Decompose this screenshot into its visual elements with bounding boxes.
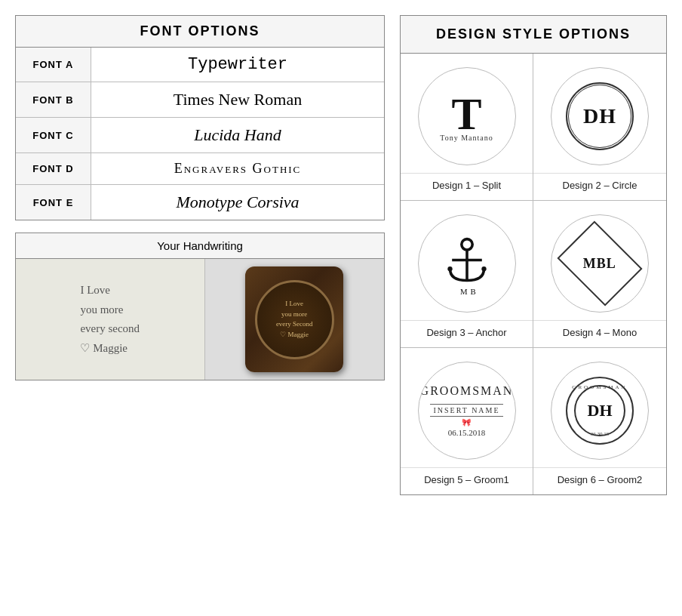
font-label-d: FONT D [16, 153, 91, 184]
design2-content: DH [566, 82, 634, 150]
design6-letters: DH [588, 402, 613, 419]
design-style-title: DESIGN STYLE OPTIONS [400, 15, 667, 53]
handwriting-image-panel: I Love you more every Second ♡ Maggie [205, 259, 385, 380]
handwriting-content: I Love you more every second ♡ Maggie I … [16, 259, 384, 380]
design5-circle: GROOMSMAN INSERT NAME 🎀 06.15.2018 [418, 362, 516, 460]
design-cell-6[interactable]: GROOMSMAN DH 06.30.19 Design 6 – Groom2 [533, 348, 666, 494]
font-sample-c: Lucida Hand [91, 118, 384, 152]
font-row-a: FONT A Typewriter [16, 48, 384, 82]
main-layout: FONT OPTIONS FONT A Typewriter FONT B Ti… [15, 15, 667, 495]
design-cell-5[interactable]: GROOMSMAN INSERT NAME 🎀 06.15.2018 Desig… [401, 348, 533, 494]
design2-letters: DH [583, 104, 616, 128]
design6-outer: GROOMSMAN DH 06.30.19 [566, 377, 634, 445]
design4-content: MBL [557, 220, 642, 306]
font-label-c: FONT C [16, 118, 91, 152]
watch-text: I Love you more every Second ♡ Maggie [273, 296, 316, 343]
design-cell-1[interactable]: T Tony Mantano Design 1 – Split [401, 54, 533, 201]
font-sample-e: Monotype Corsiva [91, 185, 384, 220]
design4-circle-area: MBL [533, 201, 666, 320]
design2-label: Design 2 – Circle [533, 173, 666, 200]
design6-date: 06.30.19 [591, 431, 610, 437]
design5-bowtie-icon: 🎀 [462, 418, 471, 427]
design6-inner: DH [574, 385, 625, 436]
watch-face: I Love you more every Second ♡ Maggie [255, 280, 334, 359]
right-panel: DESIGN STYLE OPTIONS T Tony Mantano Desi… [400, 15, 667, 495]
design3-circle-area: M B [401, 201, 533, 320]
font-sample-a: Typewriter [91, 48, 384, 82]
design1-content: T Tony Mantano [440, 91, 493, 142]
design6-groomsman-text: GROOMSMAN [572, 384, 627, 390]
design-cell-3[interactable]: M B Design 3 – Anchor [401, 201, 533, 348]
design5-insert-name: INSERT NAME [430, 404, 502, 417]
design1-circle-area: T Tony Mantano [401, 54, 533, 173]
design3-label: Design 3 – Anchor [401, 320, 533, 347]
design1-letter: T [451, 91, 481, 137]
font-row-d: FONT D Engravers Gothic [16, 153, 384, 185]
design2-circle: DH [551, 67, 649, 165]
font-row-c: FONT C Lucida Hand [16, 118, 384, 153]
font-options-title: FONT OPTIONS [16, 16, 384, 48]
design1-name: Tony Mantano [440, 134, 493, 142]
design5-label: Design 5 – Groom1 [401, 467, 533, 494]
anchor-icon: M B [433, 229, 501, 297]
font-sample-d: Engravers Gothic [91, 153, 384, 184]
design6-circle: GROOMSMAN DH 06.30.19 [551, 362, 649, 460]
left-panel: FONT OPTIONS FONT A Typewriter FONT B Ti… [15, 15, 385, 495]
design6-label: Design 6 – Groom2 [533, 467, 666, 494]
design5-content: GROOMSMAN INSERT NAME 🎀 06.15.2018 [420, 384, 514, 437]
handwriting-box: Your Handwriting I Love you more every s… [15, 233, 385, 380]
design5-circle-area: GROOMSMAN INSERT NAME 🎀 06.15.2018 [401, 348, 533, 467]
design2-circle-area: DH [533, 54, 666, 173]
design-cell-2[interactable]: DH Design 2 – Circle [533, 54, 666, 201]
design3-circle: M B [418, 214, 516, 313]
handwriting-text: I Love you more every second ♡ Maggie [80, 281, 140, 358]
design5-groomsman: GROOMSMAN [420, 384, 514, 398]
svg-text:B: B [470, 287, 475, 296]
design4-label: Design 4 – Mono [533, 320, 666, 347]
handwriting-text-panel: I Love you more every second ♡ Maggie [16, 259, 205, 380]
font-row-b: FONT B Times New Roman [16, 82, 384, 118]
design-grid: T Tony Mantano Design 1 – Split DH [400, 53, 667, 495]
svg-point-4 [481, 266, 486, 271]
font-label-a: FONT A [16, 48, 91, 82]
svg-point-3 [447, 266, 452, 271]
design1-circle: T Tony Mantano [418, 67, 516, 165]
font-label-e: FONT E [16, 185, 91, 220]
design4-letters: MBL [583, 255, 616, 271]
font-sample-b: Times New Roman [91, 82, 384, 117]
font-label-b: FONT B [16, 82, 91, 117]
watch-image: I Love you more every Second ♡ Maggie [245, 266, 343, 372]
font-row-e: FONT E Monotype Corsiva [16, 185, 384, 220]
handwriting-title: Your Handwriting [16, 233, 384, 259]
design-cell-4[interactable]: MBL Design 4 – Mono [533, 201, 666, 348]
design6-circle-area: GROOMSMAN DH 06.30.19 [533, 348, 666, 467]
design4-circle: MBL [551, 214, 649, 313]
font-options-box: FONT OPTIONS FONT A Typewriter FONT B Ti… [15, 15, 385, 220]
svg-point-0 [461, 239, 472, 250]
svg-text:M: M [460, 287, 468, 296]
design1-label: Design 1 – Split [401, 173, 533, 200]
design5-date: 06.15.2018 [448, 428, 486, 437]
